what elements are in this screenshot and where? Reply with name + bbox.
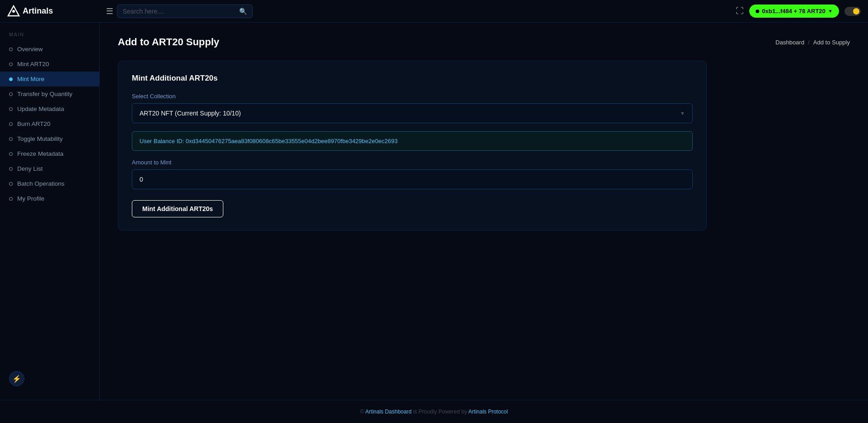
sidebar-item-label: Burn ART20 [17,120,50,127]
sidebar-item-label: Batch Operations [17,180,64,187]
amount-label: Amount to Mint [132,159,693,166]
main-content: Add to ART20 Supply Dashboard / Add to S… [100,23,868,400]
sidebar-section-label: MAIN [0,32,99,42]
user-balance-info: User Balance ID: 0xd34450476275aea83f080… [132,131,693,151]
logo-text: Artinals [23,6,53,16]
form-card: Mint Additional ART20s Select Collection… [118,61,707,231]
sidebar-item-transfer-by-quantity[interactable]: Transfer by Quantity [0,87,99,101]
topnav: Artinals ☰ 🔍 ⛶ 0xb1...f484 + 78 ART20 ▼ [0,0,868,23]
footer: © Artinals Dashboard is Proudly Powered … [0,400,868,423]
logo[interactable]: Artinals [7,5,102,18]
sidebar: MAIN Overview Mint ART20 Mint More Trans… [0,23,100,400]
sidebar-dot-icon [9,167,13,171]
hamburger-icon: ☰ [106,6,113,16]
sidebar-dot-icon [9,137,13,141]
sidebar-item-my-profile[interactable]: My Profile [0,191,99,206]
sidebar-dot-icon [9,92,13,96]
mint-button[interactable]: Mint Additional ART20s [132,200,223,217]
svg-point-1 [12,10,15,13]
sidebar-dot-icon [9,122,13,126]
wallet-chevron-icon: ▼ [828,9,833,14]
sidebar-item-freeze-metadata[interactable]: Freeze Metadata [0,146,99,161]
sidebar-item-label: Freeze Metadata [17,150,63,157]
sidebar-item-label: Overview [17,46,43,53]
breadcrumb: Dashboard / Add to Supply [776,39,850,46]
sidebar-dot-icon [9,77,13,81]
sidebar-item-overview[interactable]: Overview [0,42,99,57]
fullscreen-button[interactable]: ⛶ [736,6,744,16]
sidebar-item-update-metadata[interactable]: Update Metadata [0,101,99,116]
user-balance-group: User Balance ID: 0xd34450476275aea83f080… [132,131,693,151]
hamburger-button[interactable]: ☰ [102,5,117,18]
amount-group: Amount to Mint [132,159,693,189]
sidebar-dot-icon [9,62,13,66]
footer-link-dashboard[interactable]: Artinals Dashboard [365,409,411,415]
breadcrumb-current: Add to Supply [813,39,850,46]
sidebar-item-mint-more[interactable]: Mint More [0,72,99,87]
select-collection-group: Select Collection ART20 NFT (Current Sup… [132,93,693,123]
sidebar-item-label: Deny List [17,165,43,172]
breadcrumb-dashboard[interactable]: Dashboard [776,39,805,46]
sidebar-dot-icon [9,48,13,51]
sidebar-dot-icon [9,107,13,111]
sidebar-item-label: Toggle Mutability [17,135,63,142]
page-title: Add to ART20 Supply [118,36,219,48]
lightning-button[interactable]: ⚡ [9,371,24,386]
select-collection-value: ART20 NFT (Current Supply: 10/10) [140,110,241,117]
sidebar-item-label: My Profile [17,195,44,202]
theme-toggle[interactable] [844,7,861,16]
sidebar-item-label: Update Metadata [17,106,64,112]
select-chevron-icon: ▼ [680,111,685,116]
layout: MAIN Overview Mint ART20 Mint More Trans… [0,23,868,400]
sidebar-item-batch-operations[interactable]: Batch Operations [0,176,99,191]
wallet-dot-icon [756,10,759,13]
sidebar-item-label: Mint ART20 [17,61,49,67]
sidebar-item-label: Mint More [17,76,44,82]
footer-prefix: © [360,409,364,415]
search-input[interactable] [123,8,236,15]
sidebar-dot-icon [9,197,13,201]
wallet-label: 0xb1...f484 + 78 ART20 [762,8,825,14]
sidebar-item-deny-list[interactable]: Deny List [0,161,99,176]
sidebar-bottom: ⚡ [0,366,99,391]
page-header: Add to ART20 Supply Dashboard / Add to S… [118,36,850,48]
sidebar-item-toggle-mutability[interactable]: Toggle Mutability [0,131,99,146]
logo-icon [7,5,20,18]
sidebar-dot-icon [9,182,13,186]
sidebar-dot-icon [9,152,13,156]
search-icon: 🔍 [239,8,247,15]
sidebar-item-label: Transfer by Quantity [17,91,72,97]
form-card-title: Mint Additional ART20s [132,74,693,83]
fullscreen-icon: ⛶ [736,6,744,15]
select-collection-dropdown[interactable]: ART20 NFT (Current Supply: 10/10) ▼ [132,103,693,123]
footer-link-protocol[interactable]: Artinals Protocol [468,409,508,415]
footer-middle: is Proudly Powered by [413,409,467,415]
amount-input[interactable] [132,169,693,189]
lightning-icon: ⚡ [12,375,21,383]
select-collection-label: Select Collection [132,93,693,100]
sidebar-item-burn-art20[interactable]: Burn ART20 [0,116,99,131]
wallet-button[interactable]: 0xb1...f484 + 78 ART20 ▼ [749,5,839,18]
topnav-right: ⛶ 0xb1...f484 + 78 ART20 ▼ [736,5,861,18]
search-bar: 🔍 [117,5,253,18]
sidebar-item-mint-art20[interactable]: Mint ART20 [0,57,99,72]
breadcrumb-separator: / [808,39,810,46]
